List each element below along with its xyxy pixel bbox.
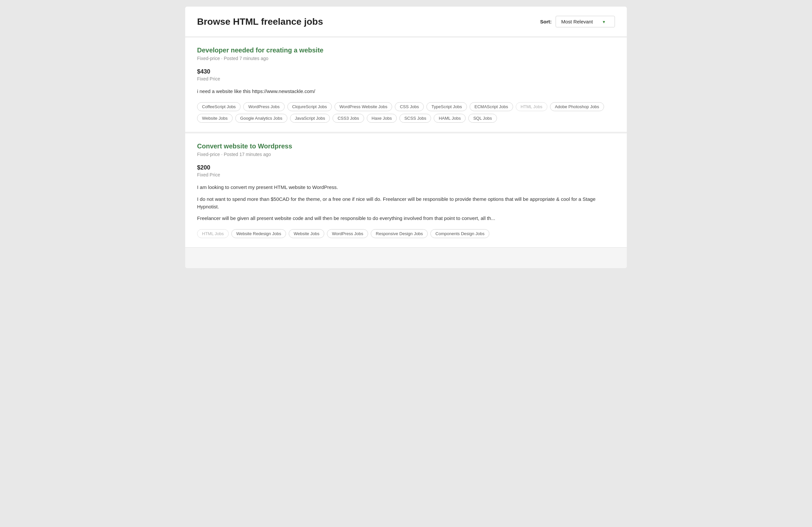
page-title: Browse HTML freelance jobs (197, 16, 323, 27)
tag[interactable]: HTML Jobs (516, 102, 547, 111)
job-title[interactable]: Developer needed for creating a website (197, 46, 323, 54)
job-title[interactable]: Convert website to Wordpress (197, 142, 292, 150)
job-description-extra2: Freelancer will be given all present web… (197, 214, 615, 222)
tag[interactable]: JavaScript Jobs (290, 114, 330, 123)
tag[interactable]: WordPress Jobs (243, 102, 285, 111)
tag[interactable]: CSS Jobs (395, 102, 424, 111)
chevron-down-icon: ▾ (603, 19, 605, 24)
tag[interactable]: WordPress Jobs (327, 229, 368, 238)
jobs-list: Developer needed for creating a website … (185, 37, 627, 248)
tag[interactable]: Components Design Jobs (430, 229, 489, 238)
tag[interactable]: Website Jobs (197, 114, 233, 123)
job-description: i need a website like this https://www.n… (197, 87, 615, 95)
tag[interactable]: CSS3 Jobs (333, 114, 364, 123)
tags-row: HTML JobsWebsite Redesign JobsWebsite Jo… (197, 229, 615, 238)
job-price: $430 (197, 68, 615, 75)
tag[interactable]: ClojureScript Jobs (287, 102, 332, 111)
job-price-type: Fixed Price (197, 172, 615, 177)
tags-row: CoffeeScript JobsWordPress JobsClojureSc… (197, 102, 615, 123)
tag[interactable]: Website Jobs (289, 229, 324, 238)
job-meta: Fixed-price · Posted 7 minutes ago (197, 56, 615, 61)
tag[interactable]: HAML Jobs (434, 114, 466, 123)
tag[interactable]: Google Analytics Jobs (235, 114, 287, 123)
tag[interactable]: Responsive Design Jobs (371, 229, 428, 238)
tag[interactable]: Haxe Jobs (367, 114, 397, 123)
page-header: Browse HTML freelance jobs Sort: Most Re… (185, 6, 627, 37)
bottom-section (185, 248, 627, 268)
tag[interactable]: HTML Jobs (197, 229, 229, 238)
job-description-extra: I do not want to spend more than $50CAD … (197, 195, 615, 211)
job-price: $200 (197, 164, 615, 171)
job-meta: Fixed-price · Posted 17 minutes ago (197, 152, 615, 157)
sort-dropdown[interactable]: Most Relevant ▾ (556, 16, 615, 27)
tag[interactable]: CoffeeScript Jobs (197, 102, 241, 111)
sort-selected-value: Most Relevant (561, 19, 593, 24)
job-description: I am looking to convert my present HTML … (197, 183, 615, 191)
sort-container: Sort: Most Relevant ▾ (540, 16, 615, 27)
tag[interactable]: ECMAScript Jobs (469, 102, 513, 111)
tag[interactable]: Website Redesign Jobs (231, 229, 286, 238)
tag[interactable]: TypeScript Jobs (426, 102, 467, 111)
job-card-1: Developer needed for creating a website … (185, 37, 627, 132)
tag[interactable]: WordPress Website Jobs (334, 102, 392, 111)
tag[interactable]: Adobe Photoshop Jobs (550, 102, 604, 111)
sort-label: Sort: (540, 19, 552, 24)
tag[interactable]: SCSS Jobs (400, 114, 431, 123)
job-card-2: Convert website to Wordpress Fixed-price… (185, 133, 627, 248)
tag[interactable]: SQL Jobs (468, 114, 497, 123)
job-price-type: Fixed Price (197, 76, 615, 82)
